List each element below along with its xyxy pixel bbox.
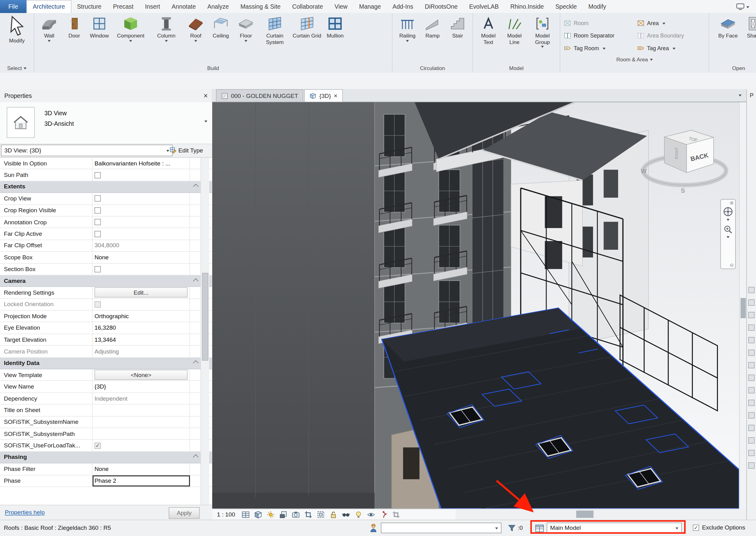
tab-dirootsone[interactable]: DiRootsOne: [419, 0, 463, 13]
tab-precast[interactable]: Precast: [107, 0, 139, 13]
annotation-crop-checkbox[interactable]: [94, 219, 101, 225]
scrollbar-thumb[interactable]: [202, 273, 208, 361]
property-value[interactable]: [93, 428, 190, 439]
viewcube-right-label[interactable]: RIGHT: [674, 147, 679, 159]
floor-button[interactable]: Floor: [233, 15, 258, 63]
view-tab-golden-nugget[interactable]: 000 - GOLDEN NUGGET: [216, 89, 303, 102]
exclude-options-checkbox[interactable]: [693, 524, 699, 530]
shaft-button[interactable]: Shaft: [740, 15, 756, 63]
edit-type-button[interactable]: Edit Type: [170, 145, 203, 155]
property-value[interactable]: 13,3464: [93, 334, 190, 345]
panel-icon[interactable]: [748, 400, 754, 406]
column-button[interactable]: Column: [149, 15, 183, 63]
panel-icon[interactable]: [748, 387, 754, 393]
apply-button[interactable]: Apply: [169, 507, 200, 519]
rendering-settings-edit-button[interactable]: Edit...: [94, 287, 187, 298]
worksharing-display-icon[interactable]: [392, 510, 400, 518]
property-value[interactable]: None: [93, 463, 190, 475]
panel-icon[interactable]: [748, 450, 754, 456]
vertical-scrollbar[interactable]: [739, 102, 747, 509]
type-selector[interactable]: 3D View 3D-Ansicht: [0, 102, 212, 144]
lock-view-icon[interactable]: [329, 510, 337, 518]
property-value[interactable]: Orthographic: [93, 311, 190, 321]
close-navbar-icon[interactable]: ⊗: [730, 200, 734, 205]
tab-insert[interactable]: Insert: [139, 0, 166, 13]
show-constraints-icon[interactable]: [379, 510, 387, 518]
mullion-button[interactable]: Mullion: [323, 15, 348, 63]
area-button[interactable]: Area: [636, 17, 708, 29]
rendering-dialog-icon[interactable]: [292, 510, 300, 518]
curtain-system-button[interactable]: Curtain System: [258, 15, 291, 63]
property-value[interactable]: 16,3280: [93, 322, 190, 333]
tab-massing-site[interactable]: Massing & Site: [235, 0, 286, 13]
drawing-area[interactable]: W S TOP RIGHT BACK: [212, 102, 739, 509]
modify-button[interactable]: Modify: [4, 15, 29, 63]
tab-evolvelab[interactable]: EvolveLAB: [464, 0, 505, 13]
property-value[interactable]: 304,8000: [93, 240, 190, 251]
view-selector-dropdown[interactable]: 3D View: {3D}: [1, 145, 173, 156]
wall-button[interactable]: Wall: [37, 15, 62, 63]
collapse-icon[interactable]: [193, 184, 199, 190]
area-boundary-button[interactable]: Area Boundary: [636, 29, 708, 42]
scale-button[interactable]: 1 : 100: [217, 511, 235, 518]
phase-input[interactable]: Phase 2: [93, 475, 190, 486]
panel-label-select[interactable]: Select: [0, 63, 34, 73]
close-icon[interactable]: ×: [204, 92, 208, 99]
tab-collaborate[interactable]: Collaborate: [286, 0, 329, 13]
navigation-bar[interactable]: ⊗ ⊖: [720, 199, 736, 269]
horizontal-scrollbar[interactable]: [456, 509, 739, 520]
properties-help-link[interactable]: Properties help: [5, 509, 45, 516]
section-header-camera[interactable]: Camera: [0, 275, 212, 287]
shadows-icon[interactable]: [279, 510, 287, 518]
panel-icon[interactable]: [748, 437, 754, 443]
room-separator-button[interactable]: Room Separator: [562, 29, 632, 42]
sun-path-icon[interactable]: [266, 510, 275, 518]
panel-icon[interactable]: [748, 362, 754, 368]
component-button[interactable]: Component: [112, 15, 149, 63]
tab-view[interactable]: View: [329, 0, 353, 13]
screen-share-icon[interactable]: [736, 3, 744, 11]
chevron-down-icon[interactable]: [727, 236, 729, 238]
navigation-wheel-icon[interactable]: [723, 206, 733, 217]
panel-icon[interactable]: [748, 350, 754, 356]
panel-icon[interactable]: [748, 299, 754, 306]
panel-icon[interactable]: [748, 324, 754, 331]
model-view[interactable]: W S TOP RIGHT BACK: [212, 102, 739, 509]
tab-manage[interactable]: Manage: [353, 0, 387, 13]
view-template-button[interactable]: <None>: [94, 370, 187, 380]
close-view-icon[interactable]: ×: [334, 93, 337, 99]
ceiling-button[interactable]: Ceiling: [208, 15, 233, 63]
visual-style-icon[interactable]: [254, 510, 262, 518]
temporary-view-properties-icon[interactable]: [367, 510, 375, 518]
tab-speckle[interactable]: Speckle: [550, 0, 583, 13]
property-value[interactable]: None: [93, 251, 190, 263]
tab-modify[interactable]: Modify: [582, 0, 612, 13]
section-box-checkbox[interactable]: [94, 266, 101, 272]
crop-region-visible-checkbox[interactable]: [94, 207, 101, 214]
zoom-icon[interactable]: [723, 225, 733, 234]
roof-button[interactable]: Roof: [183, 15, 208, 63]
window-button[interactable]: Window: [87, 15, 112, 63]
scrollbar-thumb[interactable]: [576, 511, 594, 518]
model-line-button[interactable]: Model Line: [501, 15, 528, 63]
collapse-icon[interactable]: [193, 454, 199, 460]
file-tab[interactable]: File: [0, 0, 27, 13]
crop-view-icon[interactable]: [304, 510, 312, 518]
ramp-button[interactable]: Ramp: [420, 15, 445, 63]
tag-area-button[interactable]: Tag Area: [636, 42, 708, 54]
tab-architecture[interactable]: Architecture: [27, 0, 71, 13]
scrollbar-thumb[interactable]: [740, 298, 746, 318]
crop-view-checkbox[interactable]: [94, 195, 101, 202]
property-value[interactable]: Balkonvarianten Hofseite : ...: [93, 158, 190, 169]
collapse-icon[interactable]: [193, 278, 199, 284]
door-button[interactable]: Door: [62, 15, 87, 63]
tag-room-button[interactable]: Tag Room: [562, 42, 632, 54]
sun-path-checkbox[interactable]: [94, 172, 101, 178]
section-header-identity-data[interactable]: Identity Data: [0, 357, 212, 369]
panel-icon[interactable]: [748, 462, 754, 468]
collapse-navbar-icon[interactable]: ⊖: [730, 263, 734, 268]
collapse-icon[interactable]: [193, 360, 199, 366]
selection-filter-icon[interactable]: [508, 524, 515, 532]
railing-button[interactable]: Railing: [395, 15, 420, 63]
model-group-button[interactable]: Model Group: [528, 15, 557, 63]
